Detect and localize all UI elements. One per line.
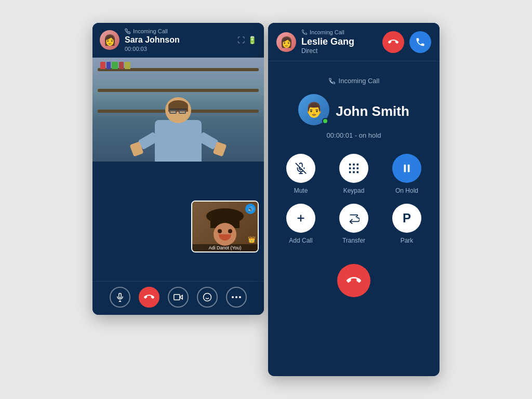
svg-rect-14 xyxy=(349,164,351,166)
avatar-sara: 👩 xyxy=(100,30,119,50)
bottom-toolbar xyxy=(92,281,264,315)
caller-name-leslie: Leslie Gang xyxy=(301,36,377,47)
battery-icon: 🔋 xyxy=(248,36,257,44)
bar-icons-left: ⛶ 🔋 xyxy=(237,36,257,44)
add-call-icon-btn xyxy=(286,204,315,233)
svg-rect-18 xyxy=(353,167,355,169)
hold-icon-btn xyxy=(392,154,421,183)
incoming-info-left: Incoming Call Sara Johnson 00:00:03 xyxy=(125,28,232,52)
svg-rect-21 xyxy=(353,171,355,174)
hold-label: On Hold xyxy=(395,187,418,194)
keypad-icon-btn xyxy=(339,154,368,183)
video-bg xyxy=(92,58,264,162)
emoji-button[interactable] xyxy=(197,287,218,308)
call-icon-left xyxy=(125,28,131,34)
transfer-icon-btn xyxy=(339,204,368,233)
volume-icon: 🔊 xyxy=(245,204,256,214)
incoming-label-john: Incoming Call xyxy=(328,77,380,85)
hangup-button[interactable] xyxy=(337,264,370,297)
right-main: Incoming Call 👨 John Smith 00:00:01 - on… xyxy=(268,61,440,376)
park-label: Park xyxy=(401,237,414,244)
video-button[interactable] xyxy=(168,287,189,308)
transfer-label: Transfer xyxy=(342,237,365,244)
incoming-label-left: Incoming Call xyxy=(125,28,232,34)
mute-button[interactable]: Mute xyxy=(278,154,323,194)
left-panel: 👩 Incoming Call Sara Johnson 00:00:03 ⛶ … xyxy=(92,23,264,315)
svg-rect-17 xyxy=(349,167,351,169)
svg-rect-23 xyxy=(404,165,406,172)
controls-row-1: Mute xyxy=(278,154,429,194)
self-video: 🔊 👑 Adi Danot (You) xyxy=(191,201,259,252)
more-button[interactable] xyxy=(226,287,247,308)
park-icon-btn: P xyxy=(392,204,421,233)
call-time-left: 00:00:03 xyxy=(125,46,232,52)
incoming-bar-left: 👩 Incoming Call Sara Johnson 00:00:03 ⛶ … xyxy=(92,23,264,58)
john-info: 👨 John Smith xyxy=(298,94,409,125)
svg-rect-20 xyxy=(349,171,351,174)
caller-sub-leslie: Direct xyxy=(301,47,377,55)
expand-icon: ⛶ xyxy=(237,36,245,44)
video-main xyxy=(92,58,264,162)
keypad-label: Keypad xyxy=(343,187,365,194)
svg-rect-4 xyxy=(174,295,180,300)
mute-icon-btn xyxy=(286,154,315,183)
caller-name-sara: Sara Johnson xyxy=(125,35,232,45)
crown-icon: 👑 xyxy=(248,236,256,243)
end-call-button[interactable] xyxy=(139,287,159,308)
svg-point-5 xyxy=(204,294,211,301)
add-call-label: Add Call xyxy=(289,237,312,244)
svg-point-10 xyxy=(239,296,241,298)
controls-row-2: Add Call Transfer xyxy=(278,204,429,244)
right-panel: 👩 Incoming Call Leslie Gang Direct xyxy=(268,23,440,376)
svg-point-9 xyxy=(235,296,237,298)
mute-label: Mute xyxy=(294,187,308,194)
svg-rect-0 xyxy=(119,294,122,298)
status-dot-john xyxy=(322,118,328,124)
add-call-button[interactable]: Add Call xyxy=(278,204,323,244)
decline-button-leslie[interactable] xyxy=(382,31,404,53)
svg-rect-22 xyxy=(357,171,359,174)
person-silhouette xyxy=(155,97,202,162)
svg-point-8 xyxy=(232,296,234,298)
svg-rect-19 xyxy=(357,167,359,169)
avatar-leslie: 👩 xyxy=(276,32,296,52)
hold-button[interactable]: On Hold xyxy=(384,154,429,194)
transfer-button[interactable]: Transfer xyxy=(331,204,376,244)
mic-button[interactable] xyxy=(110,287,130,308)
incoming-label-leslie: Incoming Call xyxy=(301,29,377,35)
keypad-button[interactable]: Keypad xyxy=(331,154,376,194)
caller-name-john: John Smith xyxy=(336,103,409,119)
video-bottom: 🔊 👑 Adi Danot (You) xyxy=(92,162,264,281)
svg-rect-16 xyxy=(357,164,359,166)
call-time-john: 00:00:01 - on hold xyxy=(327,131,381,139)
call-actions-leslie xyxy=(382,31,431,53)
svg-rect-15 xyxy=(353,164,355,166)
avatar-john: 👨 xyxy=(298,94,329,125)
svg-marker-3 xyxy=(180,295,182,299)
accept-button-leslie[interactable] xyxy=(409,31,431,53)
svg-rect-24 xyxy=(408,165,410,172)
park-button[interactable]: P Park xyxy=(384,204,429,244)
incoming-info-leslie: Incoming Call Leslie Gang Direct xyxy=(301,29,377,55)
incoming-bar-right: 👩 Incoming Call Leslie Gang Direct xyxy=(268,23,440,61)
